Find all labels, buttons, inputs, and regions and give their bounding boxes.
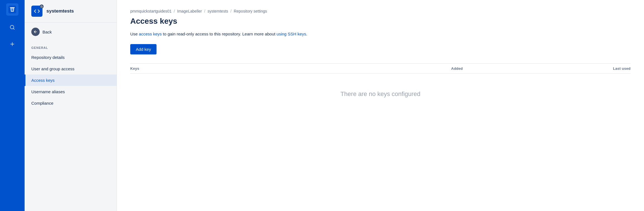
- back-circle-icon: [31, 28, 40, 36]
- repo-name: systemtests: [46, 8, 74, 14]
- bitbucket-logo[interactable]: [6, 3, 18, 16]
- page-description: Use access keys to gain read-only access…: [130, 31, 631, 37]
- breadcrumb-sep-2: /: [204, 9, 205, 13]
- description-suffix: .: [306, 32, 307, 36]
- breadcrumb-item-2: ImageLabeller: [177, 9, 202, 13]
- global-nav: [0, 0, 25, 211]
- keys-table: Keys Added Last used There are no keys c…: [130, 63, 631, 114]
- main-content: pmmquickstartguides01 / ImageLabeller / …: [117, 0, 644, 211]
- search-nav-icon[interactable]: [7, 22, 17, 32]
- svg-rect-2: [41, 6, 42, 8]
- col-keys: Keys: [130, 64, 204, 74]
- back-label: Back: [42, 30, 52, 34]
- breadcrumb-sep-1: /: [174, 9, 175, 13]
- sidebar-item-username-aliases[interactable]: Username aliases: [25, 86, 117, 97]
- page-title: Access keys: [130, 17, 631, 26]
- description-prefix: Use: [130, 32, 139, 36]
- empty-state-message: There are no keys configured: [130, 74, 631, 115]
- description-middle: to gain read-only access to this reposit…: [162, 32, 277, 36]
- sidebar-item-repo-details[interactable]: Repository details: [25, 52, 117, 63]
- sidebar: systemtests Back GENERAL Repository deta…: [25, 0, 117, 211]
- sidebar-item-access-keys[interactable]: Access keys: [25, 75, 117, 86]
- col-added: Added: [204, 64, 485, 74]
- breadcrumb-sep-3: /: [230, 9, 231, 13]
- repo-icon: [31, 6, 42, 17]
- create-nav-icon[interactable]: [7, 39, 17, 49]
- sidebar-header: systemtests: [25, 0, 117, 23]
- access-keys-link[interactable]: access keys: [139, 32, 162, 36]
- back-button[interactable]: Back: [25, 23, 117, 41]
- add-key-button[interactable]: Add key: [130, 44, 157, 54]
- svg-point-1: [10, 25, 14, 29]
- col-last-used: Last used: [485, 64, 631, 74]
- sidebar-item-user-group-access[interactable]: User and group access: [25, 63, 117, 75]
- lock-badge: [40, 4, 44, 8]
- breadcrumb: pmmquickstartguides01 / ImageLabeller / …: [130, 9, 631, 13]
- breadcrumb-item-1: pmmquickstartguides01: [130, 9, 172, 13]
- sidebar-section-label: GENERAL: [25, 41, 117, 52]
- ssh-keys-link[interactable]: using SSH keys: [276, 32, 306, 36]
- empty-state-row: There are no keys configured: [130, 74, 631, 115]
- breadcrumb-item-3: systemtests: [207, 9, 228, 13]
- sidebar-item-compliance[interactable]: Compliance: [25, 97, 117, 109]
- breadcrumb-current: Repository settings: [234, 9, 267, 13]
